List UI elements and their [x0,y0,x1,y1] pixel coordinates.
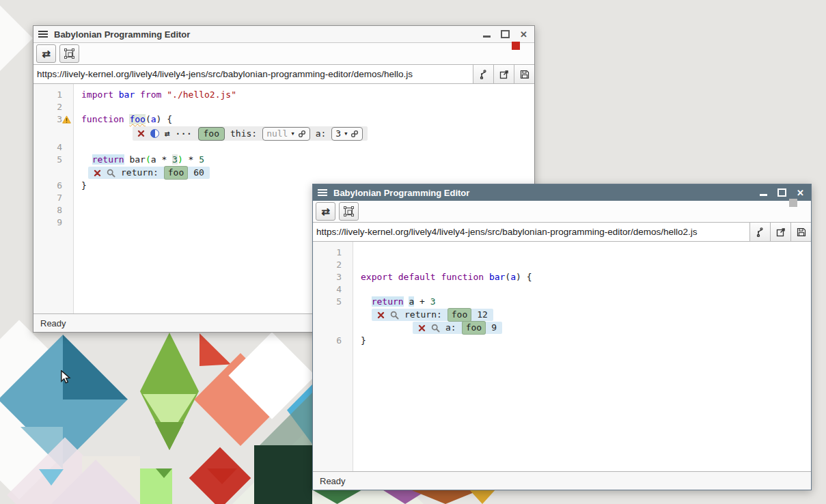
maximize-button[interactable] [501,30,510,38]
close-icon[interactable] [94,169,101,177]
maximize-button[interactable] [777,188,786,197]
code-token: 3 [172,154,178,165]
code-line: 3export default function bar(a) { [313,271,811,283]
magnifier-icon[interactable] [431,324,440,333]
code-line: 2 [313,259,811,271]
magnifier-icon[interactable] [390,311,399,320]
code-token: ( [505,272,510,282]
code-token [393,272,398,282]
example-name-chip[interactable]: foo [198,127,225,141]
modified-indicator [789,199,797,207]
code-token: + [414,296,430,307]
example-name-chip[interactable]: foo [448,308,471,322]
probe-widget-row: return:foo12 [313,309,811,321]
close-icon[interactable] [137,130,145,137]
save-button[interactable] [514,65,534,83]
code-token [81,154,92,165]
code-token: 5 [199,154,204,165]
wallpaper-shape [63,335,128,400]
select-bounds-button[interactable] [339,202,359,221]
example-name-chip[interactable]: foo [462,321,486,335]
code-line: 1 [313,247,811,259]
code-token: ) { [156,114,172,124]
save-icon [520,70,529,79]
widget-label: return: [404,309,442,321]
close-icon[interactable] [418,324,426,332]
line-number: 4 [33,141,73,154]
value-dropdown[interactable]: null▼ [262,127,310,141]
code-token [113,89,119,100]
line-number: 5 [33,154,73,166]
widget-label: return: [121,167,159,179]
code-token [361,296,372,307]
example-name-chip[interactable]: foo [164,166,188,180]
probe-widget[interactable]: return:foo60 [88,167,210,179]
titlebar[interactable]: Babylonian Programming Editor ✕ [313,184,811,201]
code-token: } [361,335,366,346]
code-text: export default function bar(a) { [353,271,532,283]
minimize-button[interactable] [483,36,491,38]
probe-value: 9 [491,322,497,334]
minimize-button[interactable] [760,194,767,196]
widget-label: this: [230,128,257,140]
more-options-icon[interactable]: ··· [176,130,193,138]
code-token: 3 [430,296,436,307]
window-title: Babylonian Programming Editor [333,188,754,198]
select-bounds-button[interactable] [59,44,79,63]
modified-indicator [512,42,520,50]
magnifier-icon[interactable] [107,169,115,178]
close-button[interactable]: ✕ [520,30,527,39]
url-input[interactable] [313,223,750,241]
probe-widget-row: return:foo60 [33,167,534,179]
line-number: 1 [313,247,353,259]
probe-widget-row: a:foo9 [313,322,811,334]
url-bar [33,64,534,84]
wallpaper-shape [254,445,312,504]
version-branch-button[interactable] [473,65,494,83]
chevron-down-icon: ▼ [291,128,294,140]
dropdown-value: null [266,128,288,140]
chevron-down-icon: ▼ [344,128,347,140]
open-external-button[interactable] [494,65,514,83]
swap-editor-button[interactable]: ⇄ [316,202,335,221]
line-number: 3 [33,113,73,126]
close-button[interactable]: ✕ [797,188,804,197]
code-editor[interactable]: 123export default function bar(a) {45 re… [313,242,811,471]
mouse-cursor [60,370,72,384]
line-number: 5 [313,296,353,308]
close-icon[interactable] [377,311,385,319]
open-external-button[interactable] [771,223,791,241]
value-dropdown[interactable]: 3▼ [331,127,363,141]
transform-selection-icon [64,48,74,59]
example-widget-row: ⇄···foothis:null▼a:3▼ [33,126,534,141]
version-branch-button[interactable] [750,223,771,241]
probe-value: 60 [193,167,204,179]
code-token: * [183,154,199,165]
widget-label: a: [445,322,456,334]
titlebar[interactable]: Babylonian Programming Editor ✕ [33,26,534,43]
probe-widget[interactable]: a:foo9 [413,322,502,334]
menu-icon[interactable] [318,189,327,196]
code-token: a [510,272,516,282]
swap-icon[interactable]: ⇄ [165,128,170,140]
url-input[interactable] [33,65,473,83]
save-button[interactable] [791,223,811,241]
line-number: 4 [313,283,353,296]
code-token: bar [489,272,505,282]
code-text: return bar(a * 3) * 5 [73,154,204,166]
toggle-icon[interactable] [150,129,159,138]
code-token: ( [146,114,151,124]
code-token: return [92,154,124,165]
line-number: 6 [313,335,353,347]
wallpaper-shape [155,422,184,450]
code-line: 5 return bar(a * 3) * 5 [33,154,534,166]
wallpaper-shape [0,5,33,71]
probe-widget[interactable]: return:foo12 [372,309,493,321]
example-widget[interactable]: ⇄···foothis:null▼a:3▼ [133,126,368,141]
link-icon [298,130,306,138]
swap-editor-button[interactable]: ⇄ [36,44,56,63]
menu-icon[interactable] [38,31,48,38]
code-line: 5 return a + 3 [313,296,811,308]
code-token: bar [119,89,135,100]
code-text: return a + 3 [353,296,436,308]
